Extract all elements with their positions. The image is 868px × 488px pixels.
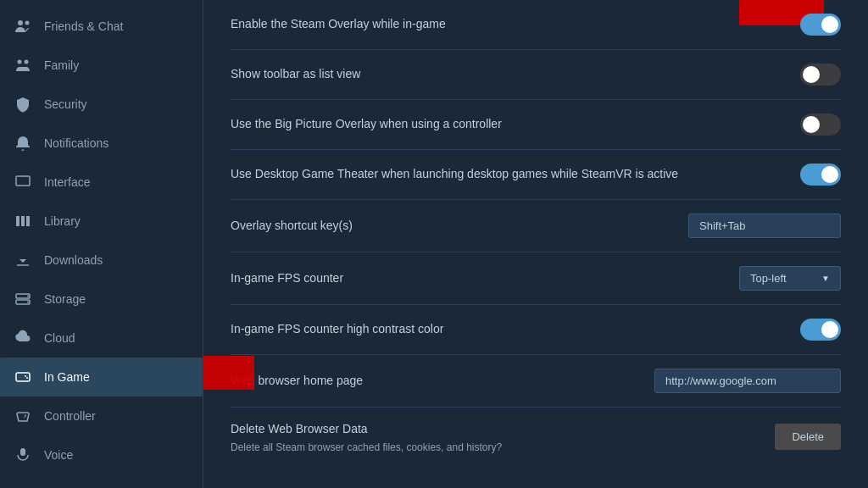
web-browser-home-input[interactable]: http://www.google.com bbox=[654, 369, 841, 393]
svg-rect-5 bbox=[16, 216, 19, 226]
toolbar-list-row: Show toolbar as list view bbox=[231, 50, 841, 100]
delete-browser-sublabel: Delete all Steam browser cached files, c… bbox=[231, 441, 775, 453]
sidebar-item-voice[interactable]: Voice bbox=[0, 435, 203, 474]
sidebar-item-security[interactable]: Security bbox=[0, 85, 203, 124]
sidebar-label-controller: Controller bbox=[44, 409, 96, 423]
sidebar-item-interface[interactable]: Interface bbox=[0, 163, 203, 202]
svg-point-15 bbox=[25, 415, 26, 417]
big-picture-label: Use the Big Picture Overlay when using a… bbox=[231, 116, 800, 133]
family-icon bbox=[14, 56, 32, 75]
svg-rect-6 bbox=[21, 216, 25, 226]
bell-icon bbox=[14, 134, 32, 152]
fps-contrast-label: In-game FPS counter high contrast color bbox=[231, 321, 800, 338]
ingame-icon bbox=[14, 368, 32, 386]
sidebar-label-storage: Storage bbox=[44, 292, 86, 306]
controller-icon bbox=[14, 407, 32, 425]
sidebar-label-friends: Friends & Chat bbox=[44, 19, 123, 33]
sidebar-label-downloads: Downloads bbox=[44, 253, 103, 267]
overlay-shortcut-input[interactable]: Shift+Tab bbox=[688, 214, 841, 238]
svg-point-10 bbox=[27, 296, 29, 297]
svg-rect-7 bbox=[26, 216, 30, 226]
ingame-settings-section: Enable the Steam Overlay while in-game S… bbox=[231, 0, 841, 467]
sidebar-label-family: Family bbox=[44, 58, 79, 72]
chevron-down-icon: ▼ bbox=[821, 274, 830, 283]
svg-point-3 bbox=[25, 60, 29, 64]
fps-counter-dropdown[interactable]: Top-left ▼ bbox=[739, 266, 841, 291]
toolbar-list-label: Show toolbar as list view bbox=[231, 66, 800, 83]
overlay-shortcut-row: Overlay shortcut key(s) Shift+Tab bbox=[231, 200, 841, 252]
overlay-shortcut-label: Overlay shortcut key(s) bbox=[231, 218, 688, 235]
big-picture-row: Use the Big Picture Overlay when using a… bbox=[231, 100, 841, 150]
toolbar-list-toggle[interactable] bbox=[800, 64, 841, 86]
sidebar-label-security: Security bbox=[44, 97, 87, 111]
sidebar-label-cloud: Cloud bbox=[44, 331, 75, 345]
big-picture-toggle[interactable] bbox=[800, 114, 841, 136]
cloud-icon bbox=[14, 329, 32, 347]
storage-icon bbox=[14, 290, 32, 308]
svg-point-14 bbox=[26, 377, 28, 379]
svg-point-0 bbox=[18, 20, 23, 25]
desktop-theater-row: Use Desktop Game Theater when launching … bbox=[231, 150, 841, 200]
sidebar-label-interface: Interface bbox=[44, 175, 90, 189]
sidebar-item-notifications[interactable]: Notifications bbox=[0, 124, 203, 163]
monitor-icon bbox=[14, 173, 32, 191]
delete-browser-text-block: Delete Web Browser Data Delete all Steam… bbox=[231, 421, 775, 453]
delete-browser-label: Delete Web Browser Data bbox=[231, 421, 775, 438]
sidebar-item-downloads[interactable]: Downloads bbox=[0, 241, 203, 280]
friends-icon bbox=[14, 17, 32, 36]
svg-point-1 bbox=[25, 21, 30, 25]
sidebar: Friends & Chat Family Security Notificat… bbox=[0, 0, 203, 488]
shield-icon bbox=[14, 95, 32, 114]
sidebar-item-library[interactable]: Library bbox=[0, 202, 203, 241]
settings-panel: Enable the Steam Overlay while in-game S… bbox=[203, 0, 868, 488]
sidebar-label-library: Library bbox=[44, 214, 81, 228]
sidebar-item-controller[interactable]: Controller bbox=[0, 396, 203, 435]
svg-point-2 bbox=[18, 60, 22, 64]
svg-point-11 bbox=[27, 302, 29, 303]
sidebar-item-cloud[interactable]: Cloud bbox=[0, 319, 203, 358]
mic-icon bbox=[14, 446, 32, 464]
steam-overlay-label: Enable the Steam Overlay while in-game bbox=[231, 16, 800, 33]
sidebar-label-voice: Voice bbox=[44, 448, 73, 462]
sidebar-item-storage[interactable]: Storage bbox=[0, 280, 203, 319]
delete-browser-button[interactable]: Delete bbox=[775, 424, 841, 450]
fps-counter-label: In-game FPS counter bbox=[231, 270, 739, 287]
svg-rect-4 bbox=[16, 176, 30, 186]
web-browser-home-row: Web browser home page http://www.google.… bbox=[231, 355, 841, 408]
web-browser-home-label: Web browser home page bbox=[231, 373, 654, 390]
svg-rect-17 bbox=[20, 448, 25, 456]
sidebar-item-ingame[interactable]: In Game bbox=[0, 358, 203, 396]
sidebar-item-family[interactable]: Family bbox=[0, 46, 203, 85]
steam-overlay-toggle[interactable] bbox=[800, 14, 841, 36]
download-icon bbox=[14, 251, 32, 269]
fps-counter-value: Top-left bbox=[750, 272, 787, 285]
desktop-theater-toggle[interactable] bbox=[800, 164, 841, 186]
fps-contrast-row: In-game FPS counter high contrast color bbox=[231, 305, 841, 355]
svg-point-13 bbox=[25, 375, 26, 377]
library-icon bbox=[14, 212, 32, 230]
steam-overlay-row: Enable the Steam Overlay while in-game bbox=[231, 0, 841, 50]
desktop-theater-label: Use Desktop Game Theater when launching … bbox=[231, 166, 800, 183]
fps-contrast-toggle[interactable] bbox=[800, 319, 841, 341]
fps-counter-row: In-game FPS counter Top-left ▼ bbox=[231, 252, 841, 305]
delete-browser-row: Delete Web Browser Data Delete all Steam… bbox=[231, 408, 841, 467]
sidebar-item-friends[interactable]: Friends & Chat bbox=[0, 7, 203, 46]
svg-point-16 bbox=[24, 417, 25, 418]
sidebar-label-notifications: Notifications bbox=[44, 136, 108, 150]
sidebar-label-ingame: In Game bbox=[44, 370, 90, 384]
